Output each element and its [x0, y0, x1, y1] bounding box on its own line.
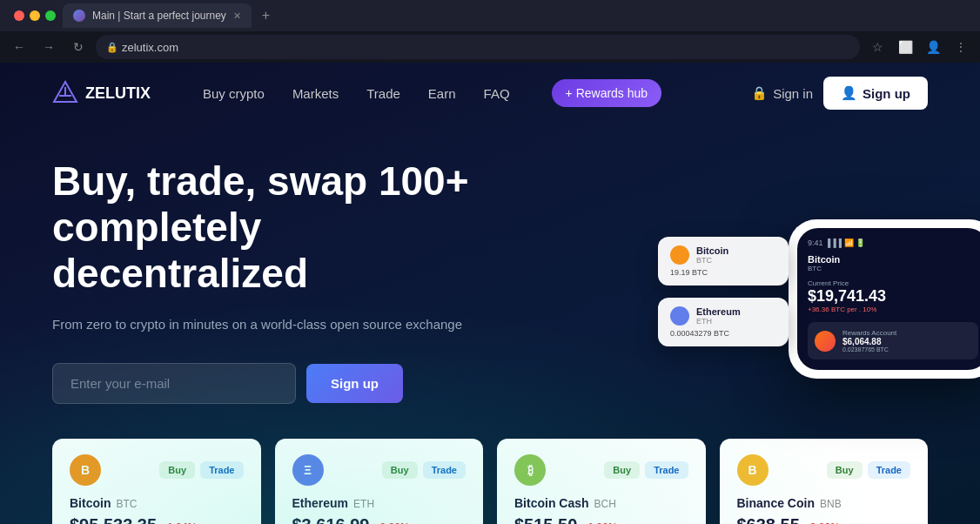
eth-price: $3,616.99	[292, 515, 370, 524]
hero-content: Buy, trade, swap 100+ completely decentr…	[52, 158, 487, 404]
nav-trade[interactable]: Trade	[366, 86, 400, 101]
btc-coin-icon	[670, 245, 689, 265]
forward-btn[interactable]: →	[37, 35, 61, 59]
price-cards-section: B Buy Trade Bitcoin BTC $95,533.35 -1.94…	[0, 421, 980, 524]
hero-section: Buy, trade, swap 100+ completely decentr…	[0, 124, 980, 421]
nav-markets[interactable]: Markets	[292, 86, 339, 101]
browser-controls: ← → ↻ 🔒 zelutix.com ☆ ⬜ 👤 ⋮	[0, 31, 980, 63]
window-minimize-btn[interactable]	[30, 10, 40, 21]
logo-icon	[52, 80, 78, 106]
bnb-full-name: Binance Coin	[737, 496, 815, 510]
profile-btn[interactable]: 👤	[921, 35, 945, 59]
browser-tab-active[interactable]: Main | Start a perfect journey ✕	[63, 3, 252, 28]
refresh-btn[interactable]: ↻	[66, 35, 91, 59]
bch-full-name: Bitcoin Cash	[514, 496, 589, 510]
btc-card-btns: Buy Trade	[159, 461, 243, 479]
eth-coin-icon	[670, 306, 689, 326]
btc-icon-wrap: B	[70, 454, 101, 486]
website-content: ZELUTIX Buy crypto Markets Trade Earn FA…	[0, 63, 980, 524]
btc-price: $95,533.35	[70, 515, 157, 524]
bnb-price: $638.55	[737, 515, 800, 524]
nav-right: 🔒 Sign in 👤 Sign up	[751, 77, 928, 110]
bnb-buy-btn[interactable]: Buy	[827, 461, 863, 479]
floating-card-btc: Bitcoin BTC 19.19 BTC	[658, 237, 789, 286]
eth-buy-btn[interactable]: Buy	[382, 461, 418, 479]
phone-price-change: +36.36 BTC per . 10%	[808, 306, 978, 313]
navbar: ZELUTIX Buy crypto Markets Trade Earn FA…	[0, 63, 980, 124]
fc-btc-name: Bitcoin	[696, 245, 728, 256]
fc-eth-name: Ethereum	[696, 306, 741, 317]
eth-card-btns: Buy Trade	[382, 461, 466, 479]
browser-tabs: Main | Start a perfect journey ✕ +	[0, 0, 980, 31]
phone-rewards-btc: 0.02387765 BTC	[842, 346, 896, 353]
nav-links: Buy crypto Markets Trade Earn FAQ + Rewa…	[203, 79, 661, 107]
tab-close-btn[interactable]: ✕	[233, 10, 241, 22]
hero-form: Sign up	[52, 363, 487, 404]
signin-icon: 🔒	[751, 85, 768, 101]
signup-btn[interactable]: 👤 Sign up	[823, 77, 928, 110]
fc-eth-price: 0.00043279 BTC	[670, 329, 776, 338]
window-maximize-btn[interactable]	[45, 10, 56, 21]
btc-icon-letter: B	[81, 463, 90, 477]
url-bar[interactable]: 🔒 zelutix.com	[96, 35, 860, 59]
logo-text: ZELUTIX	[85, 84, 151, 103]
eth-trade-btn[interactable]: Trade	[423, 461, 466, 479]
eth-icon-wrap: Ξ	[292, 454, 324, 486]
email-input[interactable]	[52, 363, 296, 404]
back-btn[interactable]: ←	[7, 35, 31, 59]
nav-faq[interactable]: FAQ	[484, 86, 510, 101]
browser-right-buttons: ☆ ⬜ 👤 ⋮	[865, 35, 973, 59]
bch-buy-btn[interactable]: Buy	[604, 461, 640, 479]
bch-icon-letter: ₿	[527, 463, 534, 477]
nav-earn[interactable]: Earn	[428, 86, 456, 101]
fc-btc-price: 19.19 BTC	[670, 268, 776, 277]
phone-rewards-label: Rewards Account	[842, 329, 896, 337]
bookmark-btn[interactable]: ☆	[865, 35, 889, 59]
bch-trade-btn[interactable]: Trade	[645, 461, 688, 479]
rewards-hub-btn[interactable]: + Rewards hub	[552, 79, 662, 107]
hero-subtitle: From zero to crypto in minutes on a worl…	[52, 314, 487, 335]
bnb-card-btns: Buy Trade	[827, 461, 910, 479]
price-card-eth: Ξ Buy Trade Ethereum ETH $3,616.99 -2.83…	[275, 439, 484, 524]
extensions-btn[interactable]: ⬜	[893, 35, 917, 59]
bnb-icon-wrap: B	[737, 454, 769, 486]
tab-title: Main | Start a perfect journey	[92, 10, 226, 22]
hero-signup-btn[interactable]: Sign up	[306, 364, 403, 403]
btc-symbol: BTC	[116, 498, 137, 510]
fc-eth-price-val: 0.00043279 BTC	[670, 329, 729, 338]
phone-coin-name: Bitcoin	[808, 254, 978, 265]
url-lock-icon: 🔒	[106, 42, 118, 53]
bnb-trade-btn[interactable]: Trade	[868, 461, 910, 479]
bch-card-btns: Buy Trade	[604, 461, 688, 479]
fc-btc-most-btc: 19.19 BTC	[670, 268, 708, 277]
bch-icon-wrap: ₿	[514, 454, 546, 486]
price-cards-list: B Buy Trade Bitcoin BTC $95,533.35 -1.94…	[52, 439, 928, 524]
new-tab-btn[interactable]: +	[255, 4, 277, 27]
url-text: zelutix.com	[122, 41, 178, 54]
phone-mockup: Bitcoin BTC 19.19 BTC Ethereum ETH	[649, 237, 928, 379]
eth-icon-letter: Ξ	[304, 463, 312, 477]
phone-screen: 9:41 ▐▐▐ 📶 🔋 Bitcoin BTC Current Price $…	[797, 228, 980, 370]
eth-full-name: Ethereum	[292, 496, 349, 510]
signin-btn[interactable]: 🔒 Sign in	[751, 85, 813, 101]
btc-buy-btn[interactable]: Buy	[159, 461, 195, 479]
phone-rewards-icon	[815, 331, 836, 352]
window-close-btn[interactable]	[14, 10, 24, 21]
bnb-icon-letter: B	[748, 463, 756, 477]
btc-trade-btn[interactable]: Trade	[200, 461, 243, 479]
browser-chrome: Main | Start a perfect journey ✕ + ← → ↻…	[0, 0, 980, 63]
menu-btn[interactable]: ⋮	[949, 35, 973, 59]
price-card-bch: ₿ Buy Trade Bitcoin Cash BCH $515.50 -1.…	[497, 439, 706, 524]
btc-full-name: Bitcoin	[70, 496, 111, 510]
phone-rewards-value: $6,064.88	[842, 337, 896, 346]
signup-icon: 👤	[841, 85, 857, 101]
window-controls	[7, 10, 63, 21]
eth-symbol: ETH	[353, 498, 374, 510]
nav-buy-crypto[interactable]: Buy crypto	[203, 86, 265, 101]
price-card-bnb: B Buy Trade Binance Coin BNB $638.55 -2.…	[720, 439, 929, 524]
signup-label: Sign up	[863, 86, 910, 101]
bch-symbol: BCH	[594, 498, 616, 510]
bnb-symbol: BNB	[820, 498, 842, 510]
logo[interactable]: ZELUTIX	[52, 80, 151, 106]
phone-price-label: Current Price	[808, 279, 978, 287]
